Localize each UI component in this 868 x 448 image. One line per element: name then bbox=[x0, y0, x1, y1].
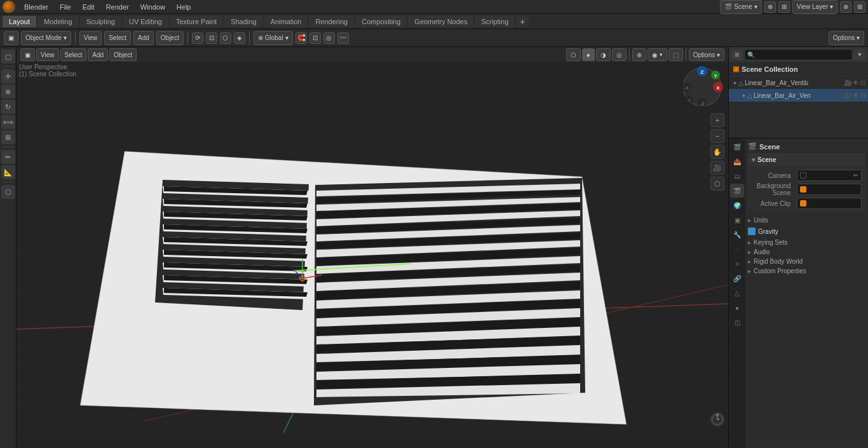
outliner-row-2[interactable]: ▸ △ Linear_Bar_Air_Ventilatic 🎥 👁 ⊡ bbox=[729, 89, 868, 102]
shading-material-icon[interactable]: ◑ bbox=[596, 48, 611, 61]
filter-icon-1[interactable]: ⊡ bbox=[860, 79, 865, 86]
menu-edit[interactable]: Edit bbox=[78, 2, 100, 12]
transform-icon-4[interactable]: ◈ bbox=[234, 32, 245, 44]
view-layer-selector[interactable]: View Layer ▾ bbox=[792, 0, 837, 14]
custom-props-section[interactable]: Custom Properties bbox=[748, 266, 865, 276]
props-tab-constraints[interactable]: 🔗 bbox=[730, 271, 744, 285]
outliner-filter-icon[interactable]: ▼ bbox=[854, 49, 865, 60]
snap-icon[interactable]: 🧲 bbox=[295, 32, 307, 44]
tab-uv-editing[interactable]: UV Editing bbox=[123, 16, 168, 27]
select-box-tool[interactable]: ▢ bbox=[1, 50, 15, 64]
props-tab-particles[interactable]: · bbox=[730, 242, 744, 256]
gravity-checkbox[interactable] bbox=[748, 227, 756, 235]
camera-field[interactable]: ✏ bbox=[797, 170, 862, 181]
menu-help[interactable]: Help bbox=[172, 2, 196, 12]
scene-section-header[interactable]: Scene bbox=[748, 153, 865, 166]
viewport[interactable]: User Perspective (1) Scene Collection ▣ … bbox=[17, 47, 728, 448]
tab-shading[interactable]: Shading bbox=[224, 16, 262, 27]
frame-all-icon[interactable]: ⬡ bbox=[710, 177, 724, 191]
transform-icon-1[interactable]: ⟳ bbox=[192, 32, 203, 44]
camera-view-icon[interactable]: 🎥 bbox=[710, 161, 724, 175]
background-scene-field[interactable] bbox=[797, 184, 862, 195]
props-tab-world[interactable]: 🌍 bbox=[730, 198, 744, 212]
props-tab-data[interactable]: △ bbox=[730, 286, 744, 300]
viewport-add-menu[interactable]: Add bbox=[88, 48, 108, 61]
props-tab-material[interactable]: ● bbox=[730, 301, 744, 315]
tab-animation[interactable]: Animation bbox=[264, 16, 308, 27]
options-button[interactable]: Options ▾ bbox=[829, 31, 864, 45]
menu-window[interactable]: Window bbox=[135, 2, 170, 12]
add-cube-tool[interactable]: ⬡ bbox=[1, 185, 15, 199]
viewport-options-btn[interactable]: Options ▾ bbox=[689, 48, 724, 61]
viewport-view-menu[interactable]: View bbox=[36, 48, 59, 61]
viewport-type-icon[interactable]: ▣ bbox=[20, 48, 35, 61]
scene-new-icon[interactable]: ⊕ bbox=[764, 1, 776, 13]
menu-render[interactable]: Render bbox=[101, 2, 134, 12]
cursor-tool[interactable]: ✛ bbox=[1, 69, 15, 83]
view-layer-new-icon[interactable]: ⊕ bbox=[840, 1, 851, 13]
outliner-type-icon[interactable]: ⊞ bbox=[731, 49, 743, 60]
rigid-body-world-section[interactable]: Rigid Body World bbox=[748, 257, 865, 266]
show-gizmos-icon[interactable]: ⊕ bbox=[632, 48, 646, 61]
tab-sculpting[interactable]: Sculpting bbox=[80, 16, 121, 27]
scale-tool[interactable]: ⟺ bbox=[1, 115, 15, 129]
transform-icon-2[interactable]: ⊡ bbox=[206, 32, 217, 44]
viewport-icon-btn[interactable]: ▣ bbox=[4, 31, 18, 45]
shading-render-icon[interactable]: ◎ bbox=[612, 48, 627, 61]
shading-wireframe-icon[interactable]: ⬡ bbox=[566, 48, 581, 61]
rotate-tool[interactable]: ↻ bbox=[1, 100, 15, 114]
grab-tool-icon[interactable]: ✋ bbox=[710, 145, 724, 159]
xray-toggle-btn[interactable]: ⬚ bbox=[668, 48, 683, 61]
props-tab-output[interactable]: 📤 bbox=[730, 154, 744, 168]
units-section[interactable]: Units bbox=[748, 215, 865, 225]
tab-layout[interactable]: Layout bbox=[3, 16, 36, 27]
filter-icon-2[interactable]: ⊡ bbox=[860, 92, 865, 99]
tab-modeling[interactable]: Modeling bbox=[37, 16, 79, 27]
props-tab-scene[interactable]: 🎬 bbox=[730, 184, 744, 198]
scene-selector[interactable]: 🎬 User Perspective Scene ▾ bbox=[720, 0, 761, 14]
eye-icon-1[interactable]: 👁 bbox=[853, 79, 859, 86]
measure-tool[interactable]: 📐 bbox=[1, 165, 15, 179]
viewport-object-menu[interactable]: Object bbox=[109, 48, 137, 61]
menu-blender[interactable]: Blender bbox=[19, 2, 53, 12]
scene-copy-icon[interactable]: ⊞ bbox=[778, 1, 790, 13]
outliner-search-area[interactable]: 🔍 bbox=[744, 49, 853, 60]
mode-selector[interactable]: Object Mode ▾ bbox=[21, 31, 71, 45]
view-menu[interactable]: View bbox=[79, 31, 102, 45]
view-layer-copy-icon[interactable]: ⊞ bbox=[854, 1, 865, 13]
outliner-row-1[interactable]: ▸ △ Linear_Bar_Air_Ventilation_0( 🎥 👁 ⊡ bbox=[729, 76, 868, 89]
proportional-icon[interactable]: ◎ bbox=[323, 32, 335, 44]
transform-tool[interactable]: ⊞ bbox=[1, 130, 15, 144]
viewport-select-menu[interactable]: Select bbox=[60, 48, 87, 61]
keying-sets-section[interactable]: Keying Sets bbox=[748, 238, 865, 247]
tab-texture-paint[interactable]: Texture Paint bbox=[170, 16, 223, 27]
props-tab-physics[interactable]: ⚛ bbox=[730, 257, 744, 271]
frame-indicator[interactable] bbox=[710, 412, 724, 426]
props-tab-object[interactable]: ▣ bbox=[730, 213, 744, 227]
zoom-in-icon[interactable]: + bbox=[710, 113, 724, 127]
object-menu[interactable]: Object bbox=[156, 31, 184, 45]
eye-icon-2[interactable]: 👁 bbox=[853, 92, 859, 99]
add-workspace-button[interactable]: + bbox=[516, 16, 529, 27]
camera-restrict-icon[interactable]: 🎥 bbox=[844, 79, 851, 86]
graph-icon[interactable]: 〰 bbox=[337, 32, 349, 44]
annotate-tool[interactable]: ✏ bbox=[1, 150, 15, 164]
props-tab-render[interactable]: 🎬 bbox=[730, 140, 744, 154]
audio-section[interactable]: Audio bbox=[748, 247, 865, 257]
tab-compositing[interactable]: Compositing bbox=[355, 16, 407, 27]
navigation-gizmo[interactable]: Z X -Z -X Y -Y bbox=[680, 65, 724, 109]
snap-options-icon[interactable]: ⊡ bbox=[309, 32, 321, 44]
menu-file[interactable]: File bbox=[55, 2, 76, 12]
props-tab-modifier[interactable]: 🔧 bbox=[730, 227, 744, 241]
camera-edit-icon[interactable]: ✏ bbox=[853, 172, 858, 179]
tab-geometry-nodes[interactable]: Geometry Nodes bbox=[408, 16, 473, 27]
camera-restrict-icon-2[interactable]: 🎥 bbox=[844, 92, 851, 99]
tab-scripting[interactable]: Scripting bbox=[475, 16, 515, 27]
active-clip-field[interactable] bbox=[797, 198, 862, 209]
props-tab-view-layer[interactable]: 🗂 bbox=[730, 169, 744, 183]
transform-icon-3[interactable]: ⬡ bbox=[220, 32, 231, 44]
shading-solid-icon[interactable]: ● bbox=[582, 48, 595, 61]
zoom-out-icon[interactable]: − bbox=[710, 129, 724, 143]
transform-orientation[interactable]: ⊕ Global ▾ bbox=[254, 31, 293, 45]
props-tab-texture[interactable]: ◫ bbox=[730, 315, 744, 329]
